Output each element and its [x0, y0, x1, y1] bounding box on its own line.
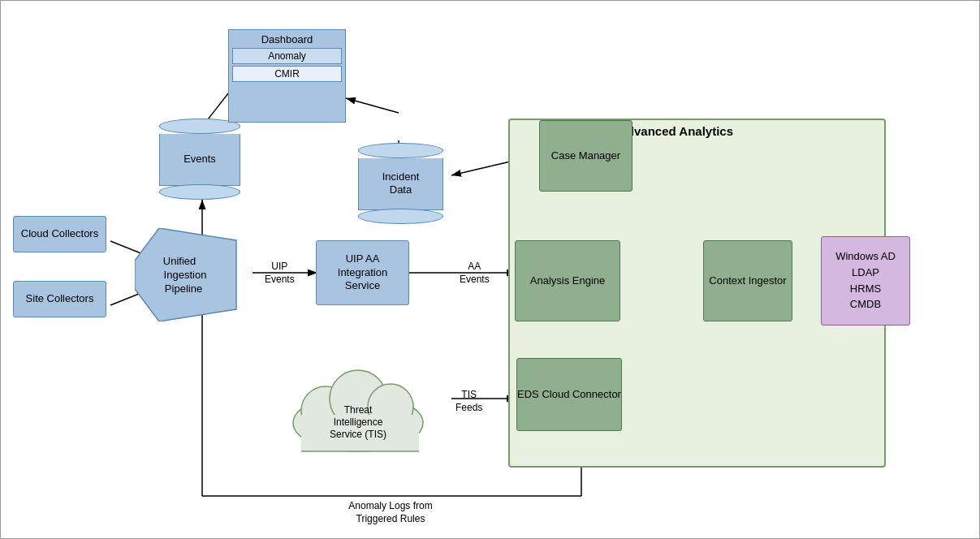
- uip-svg: Unified Ingestion Pipeline: [135, 228, 261, 321]
- events-label: Events: [183, 153, 216, 166]
- anomaly-logs-label: Anomaly Logs fromTriggered Rules: [317, 500, 464, 525]
- context-ingestor-label: Context Ingestor: [709, 274, 786, 288]
- site-collectors-box: Site Collectors: [13, 281, 106, 317]
- dashboard-title: Dashboard: [232, 33, 342, 45]
- case-manager-box: Case Manager: [539, 120, 632, 192]
- uip-aa-label: UIP AAIntegrationService: [338, 252, 387, 294]
- context-ingestor-box: Context Ingestor: [703, 240, 792, 321]
- eds-cloud-label: EDS Cloud Connector: [517, 388, 621, 402]
- external-systems-box: Windows AD LDAP HRMS CMDB: [821, 236, 910, 326]
- svg-text:Pipeline: Pipeline: [165, 282, 202, 295]
- svg-line-10: [346, 98, 399, 113]
- eds-cloud-box: EDS Cloud Connector: [516, 358, 622, 431]
- tis-svg: Threat Intelligence Service (TIS): [277, 350, 439, 455]
- diagram-container: Cloud Collectors Site Collectors Unified…: [0, 0, 980, 539]
- events-cylinder: Events: [159, 119, 240, 200]
- analysis-engine-label: Analysis Engine: [530, 274, 606, 288]
- aa-events-label: AAEvents: [460, 261, 490, 286]
- dashboard-box: Dashboard Anomaly CMIR: [228, 29, 346, 123]
- uip-aa-box: UIP AAIntegrationService: [316, 240, 409, 305]
- incident-data-cylinder: IncidentData: [358, 143, 443, 224]
- case-manager-label: Case Manager: [551, 149, 620, 163]
- site-collectors-label: Site Collectors: [26, 292, 94, 306]
- svg-text:Service (TIS): Service (TIS): [330, 429, 386, 440]
- analysis-engine-box: Analysis Engine: [515, 240, 620, 321]
- cmdb-label: CMDB: [850, 298, 881, 312]
- cloud-collectors-label: Cloud Collectors: [21, 227, 98, 241]
- svg-text:Intelligence: Intelligence: [334, 416, 383, 428]
- ldap-label: LDAP: [852, 266, 879, 280]
- dashboard-cmir: CMIR: [232, 66, 342, 82]
- uip-events-label: UIPEvents: [265, 261, 295, 286]
- tis-feeds-label: TISFeeds: [455, 389, 482, 414]
- hrms-label: HRMS: [850, 282, 881, 296]
- windows-ad-label: Windows AD: [835, 250, 896, 264]
- advanced-analytics-title: Advanced Analytics: [618, 124, 733, 138]
- cloud-collectors-box: Cloud Collectors: [13, 216, 106, 252]
- svg-text:Unified: Unified: [163, 255, 196, 267]
- incident-data-label: IncidentData: [382, 170, 420, 198]
- svg-text:Threat: Threat: [344, 404, 373, 416]
- svg-text:Ingestion: Ingestion: [164, 269, 207, 281]
- dashboard-anomaly: Anomaly: [232, 48, 342, 64]
